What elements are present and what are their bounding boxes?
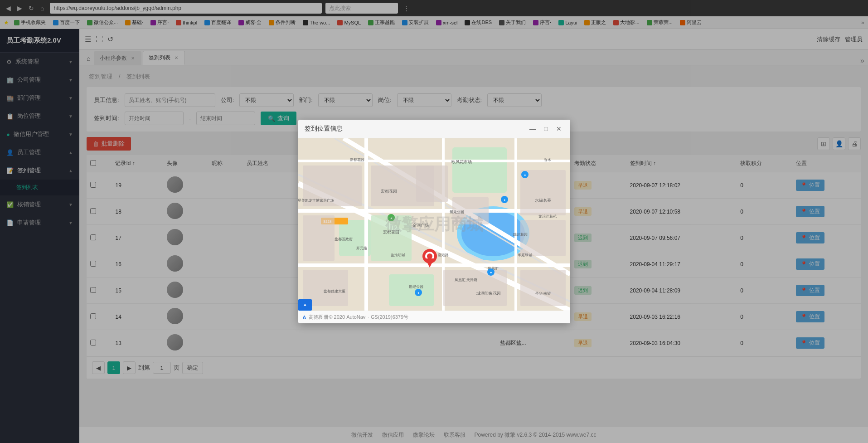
- map-modal: 签到位置信息 — □ ✕: [298, 120, 570, 323]
- svg-text:开元路: 开元路: [356, 246, 367, 250]
- map-copyright: 高德图册© 2020 AutoNavi · GS(2019)6379号: [309, 314, 408, 321]
- svg-text:圣华·南望: 圣华·南望: [535, 292, 550, 296]
- map-footer: A 高德图册© 2020 AutoNavi · GS(2019)6379号: [298, 311, 570, 323]
- svg-rect-22: [416, 166, 448, 202]
- svg-rect-20: [303, 215, 335, 261]
- svg-text:盐都佳建大厦: 盐都佳建大厦: [324, 289, 345, 293]
- svg-text:世纪公园: 世纪公园: [409, 285, 423, 289]
- svg-text:新都花园: 新都花园: [350, 158, 364, 162]
- modal-overlay[interactable]: 签到位置信息 — □ ✕: [0, 0, 868, 443]
- svg-text:城湖印象花园: 城湖印象花园: [476, 291, 501, 296]
- svg-text:●: ●: [390, 216, 392, 219]
- svg-text:南港路: 南港路: [438, 253, 449, 257]
- svg-text:龙冶沣花苑: 龙冶沣花苑: [538, 214, 557, 219]
- svg-text:水绿名苑: 水绿名苑: [535, 198, 551, 203]
- map-svg: S228 宏都花园 宏都花园 欧风花市场 盐都区政府: [298, 138, 570, 311]
- modal-title: 签到位置信息: [305, 125, 343, 133]
- svg-text:盐都区政府: 盐都区政府: [335, 237, 353, 241]
- svg-text:盐淮明城: 盐淮明城: [391, 253, 405, 257]
- svg-text:红星美凯龙世博家居广场: 红星美凯龙世博家居广场: [298, 199, 334, 203]
- svg-rect-27: [443, 270, 507, 306]
- svg-point-53: [427, 253, 432, 259]
- map-container: S228 宏都花园 宏都花园 欧风花市场 盐都区政府: [298, 138, 570, 311]
- modal-minimize-button[interactable]: —: [527, 124, 538, 133]
- svg-rect-25: [520, 220, 566, 256]
- svg-text:宏都花园: 宏都花园: [383, 230, 399, 234]
- svg-text:●: ●: [503, 198, 505, 201]
- svg-text:华庭绿城: 华庭绿城: [518, 253, 532, 257]
- svg-rect-1: [452, 147, 507, 193]
- svg-text:●: ●: [417, 291, 419, 294]
- svg-text:A: A: [304, 303, 306, 307]
- modal-maximize-button[interactable]: □: [542, 124, 550, 133]
- svg-text:聚龙公园: 聚龙公园: [450, 210, 464, 214]
- svg-rect-3: [389, 274, 434, 306]
- svg-rect-28: [520, 270, 566, 306]
- modal-close-button[interactable]: ✕: [554, 124, 564, 133]
- svg-text:金湖广场: 金湖广场: [412, 223, 429, 228]
- gaode-logo-text: A: [303, 315, 306, 320]
- modal-controls: — □ ✕: [527, 124, 563, 133]
- svg-text:●: ●: [490, 271, 491, 274]
- svg-text:宏都花园: 宏都花园: [381, 189, 397, 194]
- modal-header: 签到位置信息 — □ ✕: [298, 120, 570, 138]
- svg-text:凤凰汇·天泽府: 凤凰汇·天泽府: [454, 278, 477, 282]
- svg-text:欧风花市场: 欧风花市场: [451, 160, 471, 164]
- svg-text:●: ●: [524, 173, 525, 176]
- svg-text:瑞尔花园: 瑞尔花园: [513, 233, 528, 237]
- svg-text:香水: 香水: [544, 158, 551, 162]
